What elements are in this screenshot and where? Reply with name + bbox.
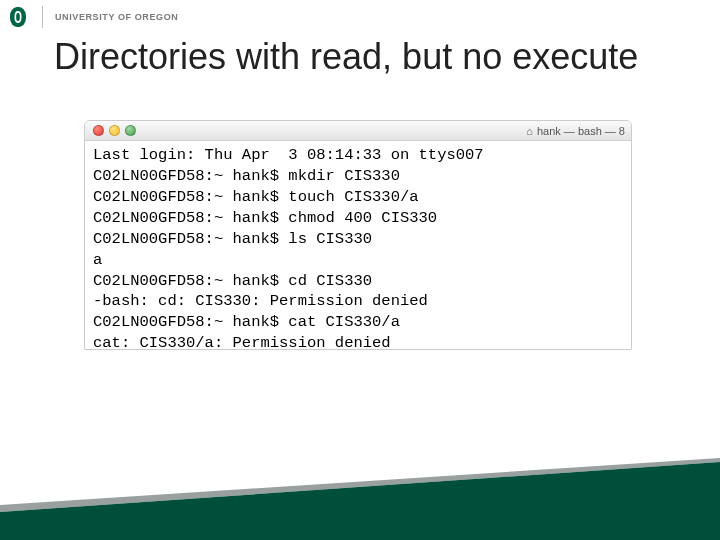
slide-footer [0, 450, 720, 540]
institution-name: UNIVERSITY OF OREGON [55, 12, 178, 22]
terminal-line: C02LN00GFD58:~ hank$ cd CIS330 [93, 271, 623, 292]
minimize-icon[interactable] [109, 125, 120, 136]
terminal-line: -bash: cd: CIS330: Permission denied [93, 291, 623, 312]
oregon-o-icon [6, 5, 30, 29]
terminal-title: ⌂ hank — bash — 8 [526, 125, 631, 137]
terminal-line: C02LN00GFD58:~ hank$ mkdir CIS330 [93, 166, 623, 187]
home-icon: ⌂ [526, 125, 533, 137]
terminal-line: C02LN00GFD58:~ hank$ touch CIS330/a [93, 187, 623, 208]
svg-rect-2 [16, 13, 20, 21]
window-controls [85, 125, 136, 136]
terminal-title-text: hank — bash — 8 [537, 125, 625, 137]
close-icon[interactable] [93, 125, 104, 136]
maximize-icon[interactable] [125, 125, 136, 136]
slide-header: UNIVERSITY OF OREGON [0, 0, 720, 34]
terminal-line: cat: CIS330/a: Permission denied [93, 333, 623, 350]
terminal-titlebar: ⌂ hank — bash — 8 [85, 121, 631, 141]
terminal-window: ⌂ hank — bash — 8 Last login: Thu Apr 3 … [84, 120, 632, 350]
logo-divider [42, 6, 43, 28]
terminal-line: C02LN00GFD58:~ hank$ chmod 400 CIS330 [93, 208, 623, 229]
terminal-line: Last login: Thu Apr 3 08:14:33 on ttys00… [93, 145, 623, 166]
slide-title: Directories with read, but no execute [54, 36, 700, 78]
institution-logo: UNIVERSITY OF OREGON [6, 0, 178, 34]
slide: UNIVERSITY OF OREGON Directories with re… [0, 0, 720, 540]
terminal-line: C02LN00GFD58:~ hank$ cat CIS330/a [93, 312, 623, 333]
terminal-line: C02LN00GFD58:~ hank$ ls CIS330 [93, 229, 623, 250]
terminal-line: a [93, 250, 623, 271]
terminal-body: Last login: Thu Apr 3 08:14:33 on ttys00… [85, 141, 631, 350]
